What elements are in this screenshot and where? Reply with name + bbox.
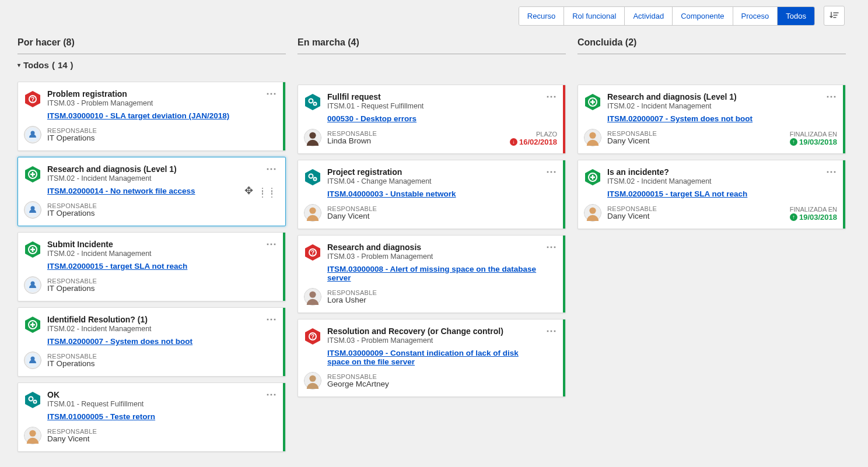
responsible-value: Linda Brown: [327, 136, 377, 145]
status-stripe: [283, 383, 285, 451]
more-options-icon[interactable]: ⋯: [826, 165, 837, 178]
card-body: Identifield Resolution? (1) ITSM.02 - In…: [47, 315, 277, 369]
filter-recurso[interactable]: Recurso: [519, 7, 564, 25]
card-body: Research and diagnosis (Level 1) ITSM.02…: [47, 164, 277, 219]
filter-todos[interactable]: Todos: [778, 7, 814, 25]
avatar: [304, 288, 321, 306]
task-card[interactable]: ⋯ Project registration ITSM.04 - Change …: [298, 160, 566, 229]
task-card[interactable]: ⋯ Identifield Resolution? (1) ITSM.02 - …: [18, 307, 286, 377]
card-link[interactable]: ITSM.02000015 - target SLA not reach: [607, 189, 747, 198]
column-count: 2: [628, 37, 634, 47]
card-body: Project registration ITSM.04 - Change Ma…: [327, 167, 557, 222]
responsible-row: RESPONSABLE IT Operations: [24, 201, 277, 219]
more-options-icon[interactable]: ⋯: [546, 90, 557, 103]
column-por-hacer: Por hacer (8) ▾ Todos (14) ⋯ ? Problem r…: [18, 37, 286, 458]
column-en-marcha: En marcha (4) ⋯ Fullfil request ITSM.01 …: [298, 37, 566, 458]
card-link[interactable]: 000530 - Desktop errors: [327, 114, 416, 123]
card-title: OK: [47, 390, 277, 399]
filter-proceso[interactable]: Proceso: [733, 7, 778, 25]
card-subtitle: ITSM.02 - Incident Management: [607, 102, 837, 110]
filter-componente[interactable]: Componente: [673, 7, 733, 25]
responsible-value: Dany Vicent: [607, 136, 657, 145]
responsible-text: RESPONSABLE Lora Usher: [327, 289, 377, 304]
deadline: PLAZO ↓ 16/02/2018: [510, 131, 557, 146]
arrow-up-icon: ↑: [790, 138, 797, 146]
sort-button[interactable]: [824, 6, 845, 26]
more-options-icon[interactable]: ⋯: [826, 90, 837, 103]
more-options-icon[interactable]: ⋯: [546, 240, 557, 253]
avatar: [24, 352, 41, 369]
responsible-value: Dany Vicent: [327, 212, 377, 220]
responsible-value: Dany Vicent: [47, 434, 97, 443]
svg-text:?: ?: [31, 96, 34, 103]
card-title: Is an incidente?: [607, 167, 837, 177]
deadline: FINALIZADA EN ↑ 19/03/2018: [790, 131, 837, 146]
group-count: 14: [58, 60, 68, 70]
responsible-row: RESPONSABLE IT Operations: [24, 126, 277, 143]
card-link[interactable]: ITSM.03000008 - Alert of missing space o…: [327, 265, 537, 282]
responsible-text: RESPONSABLE Dany Vicent: [47, 428, 97, 443]
status-stripe: [283, 308, 285, 376]
task-card[interactable]: ⋯ Research and diagnosis (Level 1) ITSM.…: [578, 85, 846, 154]
move-cursor-icon: ✥: [244, 184, 253, 197]
task-card[interactable]: ⋯ Is an incidente? ITSM.02 - Incident Ma…: [578, 160, 846, 229]
card-subtitle: ITSM.03 - Problem Management: [327, 336, 557, 345]
card-link[interactable]: ITSM.02000007 - System does not boot: [607, 114, 752, 123]
column-title-text: Concluida: [578, 37, 622, 47]
responsible-text: RESPONSABLE IT Operations: [47, 127, 97, 142]
avatar: [584, 204, 601, 222]
more-options-icon[interactable]: ⋯: [266, 388, 277, 401]
column-title-text: En marcha: [298, 37, 345, 47]
responsible-value: Dany Vicent: [607, 212, 657, 220]
more-options-icon[interactable]: ⋯: [266, 237, 277, 250]
more-options-icon[interactable]: ⋯: [546, 165, 557, 178]
svg-point-8: [31, 206, 35, 210]
card-link[interactable]: ITSM.02000007 - System does not boot: [47, 337, 192, 346]
avatar: [304, 129, 321, 146]
responsible-text: RESPONSABLE IT Operations: [47, 202, 97, 217]
task-card[interactable]: ⋯ ✥ ⋮⋮⋮⋮ Research and diagnosis (Level 1…: [18, 157, 286, 226]
column-concluida: Concluida (2) ⋯ Research and diagnosis (…: [578, 37, 846, 458]
card-link[interactable]: ITSM.02000015 - target SLA not reach: [47, 262, 187, 271]
filter-actividad[interactable]: Actividad: [625, 7, 673, 25]
card-link[interactable]: ITSM.03000010 - SLA target deviation (JA…: [47, 111, 229, 120]
svg-point-41: [309, 375, 316, 382]
filter-rol[interactable]: Rol funcional: [564, 7, 625, 25]
responsible-row: RESPONSABLE Dany Vicent: [304, 204, 557, 222]
svg-point-4: [31, 131, 35, 135]
column-title: En marcha (4): [298, 37, 566, 54]
svg-point-21: [29, 430, 36, 437]
card-subtitle: ITSM.02 - Incident Management: [47, 250, 277, 258]
card-link[interactable]: ITSM.04000003 - Unstable network: [327, 189, 456, 198]
more-options-icon[interactable]: ⋯: [546, 324, 557, 337]
task-card[interactable]: ⋯ Fullfil request ITSM.01 - Request Fulf…: [298, 85, 566, 154]
more-options-icon[interactable]: ⋯: [266, 87, 277, 100]
incident-type-icon: [24, 166, 41, 183]
card-link[interactable]: ITSM.03000009 - Constant indication of l…: [327, 349, 537, 366]
status-stripe: [563, 85, 565, 153]
task-card[interactable]: ⋯ ? Problem registration ITSM.03 - Probl…: [18, 82, 286, 151]
deadline-value: ↑ 19/03/2018: [790, 213, 837, 222]
responsible-text: RESPONSABLE Dany Vicent: [327, 205, 377, 220]
card-body: Problem registration ITSM.03 - Problem M…: [47, 89, 277, 143]
task-card[interactable]: ⋯ Submit Incidente ITSM.02 - Incident Ma…: [18, 232, 286, 301]
avatar: [24, 126, 41, 143]
task-card[interactable]: ⋯ ? Resolution and Recovery (or Change c…: [298, 319, 566, 397]
svg-point-16: [31, 357, 35, 361]
task-card[interactable]: ⋯ OK ITSM.01 - Request Fulfillment ITSM.…: [18, 382, 286, 452]
incident-type-icon: [24, 241, 41, 258]
responsible-row: RESPONSABLE Dany Vicent: [24, 427, 277, 444]
card-body: OK ITSM.01 - Request Fulfillment ITSM.01…: [47, 390, 277, 444]
group-label: Todos: [23, 60, 49, 70]
task-card[interactable]: ⋯ ? Research and diagnosis ITSM.03 - Pro…: [298, 235, 566, 313]
more-options-icon[interactable]: ⋯: [266, 312, 277, 325]
group-header[interactable]: ▾ Todos (14): [18, 60, 286, 70]
more-options-icon[interactable]: ⋯: [266, 162, 277, 175]
deadline: FINALIZADA EN ↑ 19/03/2018: [790, 206, 837, 222]
card-subtitle: ITSM.03 - Problem Management: [327, 252, 557, 261]
card-body: Submit Incidente ITSM.02 - Incident Mana…: [47, 240, 277, 294]
card-link[interactable]: ITSM.02000014 - No network file access: [47, 187, 195, 195]
drag-handle-icon[interactable]: ⋮⋮⋮⋮: [258, 189, 277, 196]
card-link[interactable]: ITSM.01000005 - Teste retorn: [47, 412, 155, 421]
card-subtitle: ITSM.01 - Request Fulfillment: [327, 102, 557, 110]
